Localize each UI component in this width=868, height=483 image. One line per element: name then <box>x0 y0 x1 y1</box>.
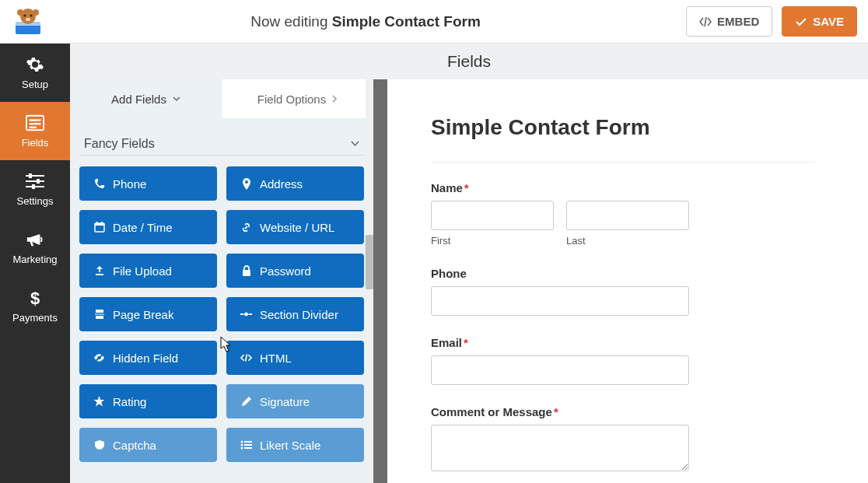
field-label: Page Break <box>113 308 173 321</box>
field-label: HTML <box>260 352 292 365</box>
main-title: Fields <box>70 44 868 79</box>
svg-rect-13 <box>26 180 44 182</box>
palette-scrollbar[interactable] <box>366 79 373 483</box>
svg-rect-21 <box>96 222 98 224</box>
form-preview: Simple Contact Form Name* First Last <box>387 79 868 483</box>
code-icon <box>699 16 712 27</box>
page-break-icon <box>93 309 105 320</box>
field-phone-block: Phone <box>431 267 815 316</box>
list-icon <box>240 439 252 451</box>
sliders-icon <box>26 172 44 191</box>
field-page-break[interactable]: Page Break <box>79 297 217 331</box>
field-phone[interactable]: Phone <box>79 166 217 201</box>
field-label: Signature <box>260 395 310 408</box>
scrollbar-thumb[interactable] <box>366 235 373 289</box>
field-address[interactable]: Address <box>226 166 364 201</box>
field-label: Phone <box>113 177 146 191</box>
field-datetime[interactable]: Date / Time <box>79 210 217 244</box>
svg-rect-34 <box>244 447 252 449</box>
calendar-icon <box>93 222 105 233</box>
first-name-input[interactable] <box>431 201 554 230</box>
field-label: Captcha <box>113 439 156 452</box>
group-label: Fancy Fields <box>84 137 155 151</box>
comment-label: Comment or Message* <box>431 405 815 418</box>
field-password[interactable]: Password <box>226 254 364 288</box>
nav-setup-label: Setup <box>22 79 48 90</box>
svg-rect-10 <box>30 123 41 124</box>
comment-label-text: Comment or Message <box>431 405 552 418</box>
field-html[interactable]: HTML <box>226 341 364 375</box>
nav-payments[interactable]: $ Payments <box>0 277 70 335</box>
svg-point-6 <box>30 14 32 16</box>
group-fancy-fields[interactable]: Fancy Fields <box>79 118 364 156</box>
page-title: Now editing Simple Contact Form <box>45 13 686 30</box>
field-comment-block: Comment or Message* <box>431 405 815 474</box>
field-file-upload[interactable]: File Upload <box>79 254 217 288</box>
last-name-input[interactable] <box>566 201 689 230</box>
name-first-col: First <box>431 201 554 247</box>
field-hidden[interactable]: Hidden Field <box>79 341 217 375</box>
nav-fields[interactable]: Fields <box>0 102 70 160</box>
left-nav: Setup Fields Settings Marketing $ Paymen… <box>0 44 70 483</box>
svg-point-7 <box>26 18 30 21</box>
svg-rect-30 <box>244 441 252 443</box>
field-signature[interactable]: Signature <box>226 384 364 418</box>
divider-icon <box>240 309 252 320</box>
nav-settings[interactable]: Settings <box>0 160 70 219</box>
svg-rect-20 <box>95 223 104 226</box>
svg-point-31 <box>241 444 243 446</box>
field-label: Section Divider <box>260 308 338 321</box>
nav-marketing-label: Marketing <box>12 254 57 265</box>
field-captcha[interactable]: Captcha <box>79 428 217 462</box>
form-icon <box>26 114 44 132</box>
field-label: Password <box>260 264 311 278</box>
code-icon <box>240 352 252 364</box>
chevron-down-icon <box>173 96 180 102</box>
required-asterisk: * <box>554 405 558 418</box>
dollar-icon: $ <box>26 289 44 307</box>
comment-input[interactable] <box>431 425 689 471</box>
svg-rect-25 <box>96 310 103 313</box>
svg-point-29 <box>241 441 243 443</box>
svg-rect-12 <box>26 175 44 177</box>
phone-label: Phone <box>431 267 815 280</box>
field-label: Hidden Field <box>113 352 178 365</box>
nav-settings-label: Settings <box>17 195 54 207</box>
main-area: Fields Add Fields Field Options Fancy Fi… <box>70 44 868 483</box>
nav-marketing[interactable]: Marketing <box>0 219 70 277</box>
name-last-col: Last <box>566 201 689 247</box>
tab-add-fields[interactable]: Add Fields <box>70 79 222 118</box>
svg-rect-9 <box>30 119 41 121</box>
svg-rect-17 <box>32 184 35 189</box>
phone-input[interactable] <box>431 286 689 316</box>
field-label: Rating <box>113 395 146 408</box>
email-label: Email* <box>431 336 815 349</box>
tab-add-label: Add Fields <box>111 93 166 106</box>
field-likert[interactable]: Likert Scale <box>226 428 364 462</box>
name-label-text: Name <box>431 181 463 194</box>
svg-point-5 <box>23 14 26 16</box>
nav-setup[interactable]: Setup <box>0 44 70 102</box>
email-input[interactable] <box>431 355 689 385</box>
save-button[interactable]: SAVE <box>782 6 857 37</box>
palette-tabs: Add Fields Field Options <box>70 79 373 118</box>
tab-field-options[interactable]: Field Options <box>222 79 373 118</box>
lock-icon <box>240 265 252 277</box>
tab-options-label: Field Options <box>257 93 326 106</box>
name-row: First Last <box>431 201 815 247</box>
map-pin-icon <box>240 178 252 190</box>
field-section-divider[interactable]: Section Divider <box>226 297 364 331</box>
field-rating[interactable]: Rating <box>79 384 217 418</box>
first-sublabel: First <box>431 235 554 247</box>
chevron-right-icon <box>332 95 338 103</box>
phone-icon <box>93 178 105 190</box>
svg-point-3 <box>17 9 23 16</box>
svg-rect-11 <box>30 127 37 128</box>
nav-payments-label: Payments <box>12 312 58 324</box>
save-label: SAVE <box>813 15 844 28</box>
field-website[interactable]: Website / URL <box>226 210 364 244</box>
svg-rect-22 <box>101 222 103 224</box>
svg-rect-15 <box>29 173 32 178</box>
svg-text:$: $ <box>30 289 40 307</box>
embed-button[interactable]: EMBED <box>686 6 772 37</box>
